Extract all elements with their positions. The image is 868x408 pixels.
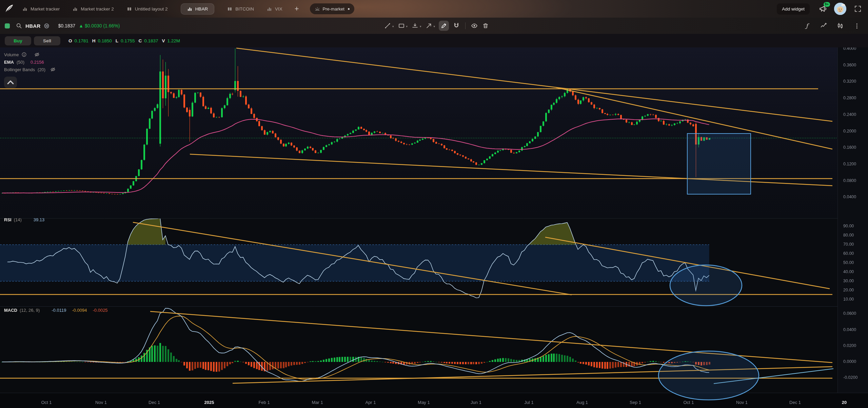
time-axis-label: 20 <box>842 400 847 405</box>
kebab-icon: ⋮ <box>853 22 861 29</box>
time-axis-label: Oct 1 <box>41 400 52 405</box>
tab-label: Market tracker 2 <box>81 6 114 12</box>
chart-toolbar-right: ƒ⋮ <box>803 18 861 34</box>
user-avatar[interactable] <box>834 3 846 15</box>
line-icon <box>384 22 391 29</box>
legend-volume-row[interactable]: Volume <box>4 51 56 58</box>
time-axis-label: Dec 1 <box>789 400 801 405</box>
ohlc-key: L <box>116 38 118 43</box>
magnet-tool[interactable] <box>453 22 460 29</box>
add-tab-button[interactable]: + <box>293 5 301 13</box>
time-axis-label: Jul 1 <box>524 400 533 405</box>
rsi-axis-label: 30.00 <box>843 279 854 283</box>
sunrise-icon <box>315 6 320 12</box>
hline-tool[interactable]: ▾ <box>411 22 421 29</box>
symbol-change: ▲ $0.0030 (1.66%) <box>79 23 120 28</box>
eye-off-icon[interactable] <box>50 67 56 72</box>
rsi-axis-label: 90.00 <box>843 224 854 228</box>
compare-button[interactable] <box>820 22 827 29</box>
rsi-value: 39.13 <box>34 217 45 222</box>
rsi-axis-label: 50.00 <box>843 260 854 265</box>
chart-type-button[interactable] <box>836 22 844 29</box>
macd-value: -0.0119 <box>52 308 66 313</box>
premarket-pill[interactable]: Pre-market <box>310 3 354 14</box>
chevron-down-icon[interactable]: ▾ <box>406 23 408 29</box>
search-icon[interactable] <box>16 23 22 29</box>
tab-label: HBAR <box>195 6 208 12</box>
notifications-button[interactable]: 9+ <box>818 4 827 13</box>
tab-market-tracker-2[interactable]: Market tracker 2 <box>73 6 114 12</box>
draw-tool[interactable] <box>439 21 449 31</box>
trash-icon <box>482 22 489 29</box>
tab-hbar[interactable]: HBAR <box>181 3 215 15</box>
tab-bar: Market trackerMarket tracker 2Untitled l… <box>0 0 868 18</box>
buy-button[interactable]: Buy <box>5 36 31 45</box>
rsi-axis-label: 80.00 <box>843 233 854 238</box>
crypto-coin-icon <box>44 23 50 29</box>
chevron-down-icon[interactable]: ▾ <box>420 23 421 29</box>
macd-header[interactable]: MACD (12, 26, 9) -0.0119 -0.0094 -0.0025 <box>4 308 108 313</box>
delete-drawings-tool[interactable] <box>482 22 489 29</box>
ema-label: EMA <box>4 60 14 65</box>
app-logo-icon[interactable] <box>4 4 14 14</box>
trade-row: Buy Sell O0.1781H0.1850L0.1755C0.1837V1.… <box>0 34 868 47</box>
info-icon[interactable] <box>21 52 27 57</box>
add-widget-button[interactable]: Add widget <box>777 3 810 15</box>
rect-icon <box>398 22 405 29</box>
time-axis-label: Feb 1 <box>258 400 270 405</box>
arrow-tool[interactable]: ▾ <box>425 22 435 29</box>
chart-bars-icon <box>73 6 78 12</box>
rsi-header[interactable]: RSI (14) 39.13 <box>4 217 44 222</box>
chevron-down-icon[interactable]: ▾ <box>392 23 394 29</box>
chart-bars-icon <box>187 6 192 12</box>
indicators-button[interactable]: ƒ <box>803 22 811 29</box>
rsi-axis-label: 40.00 <box>843 269 854 274</box>
pencil-icon <box>440 22 448 29</box>
chevron-down-icon[interactable]: ▾ <box>434 23 435 29</box>
volume-label: Volume <box>4 52 19 57</box>
tab-vix[interactable]: VIX <box>267 6 282 12</box>
ohlc-value: 1.22M <box>167 38 180 43</box>
chart-menu-button[interactable]: ⋮ <box>853 22 861 29</box>
ohlc-value: 0.1837 <box>144 38 158 43</box>
ohlc-readout: O0.1781H0.1850L0.1755C0.1837V1.22M <box>68 38 181 43</box>
tab-bitcoin[interactable]: BITCOIN <box>227 6 254 12</box>
tab-market-tracker[interactable]: Market tracker <box>22 6 60 12</box>
hline-icon <box>411 22 419 29</box>
time-axis-label: 2025 <box>204 400 214 405</box>
tab-untitled-layout-2[interactable]: Untitled layout 2 <box>127 6 168 12</box>
ohlc-value: 0.1850 <box>98 38 112 43</box>
symbol-toolbar: HBAR $0.1837 ▲ $0.0030 (1.66%) ▾▾▾▾ ƒ⋮ <box>0 18 868 34</box>
time-axis-label: Aug 1 <box>576 400 588 405</box>
chart-canvas[interactable] <box>0 0 868 408</box>
sell-button[interactable]: Sell <box>34 36 60 45</box>
layout-color-swatch[interactable] <box>5 23 10 28</box>
ohlc-value: 0.1755 <box>121 38 135 43</box>
tab-label: VIX <box>275 6 282 12</box>
legend-bb-row[interactable]: Bollinger Bands (20) <box>4 66 56 73</box>
fullscreen-icon[interactable] <box>854 5 862 13</box>
macd-axis-label: 0.0200 <box>843 343 856 348</box>
ohlc-key: H <box>92 38 96 43</box>
compare-icon <box>820 22 827 29</box>
ema-period: (50) <box>17 60 24 65</box>
price-axis-label: 0.3600 <box>843 63 856 67</box>
session-dot-icon <box>348 8 350 10</box>
collapse-legend-button[interactable] <box>4 77 17 88</box>
chart-bars-icon <box>22 6 27 12</box>
time-axis-label: Nov 1 <box>736 400 748 405</box>
tab-list: Market trackerMarket tracker 2Untitled l… <box>22 3 282 15</box>
visibility-tool[interactable] <box>471 22 478 29</box>
macd-hist-value: -0.0025 <box>93 308 108 313</box>
rectangle-tool[interactable]: ▾ <box>398 22 408 29</box>
eye-off-icon[interactable] <box>34 52 40 57</box>
premarket-label: Pre-market <box>323 6 344 12</box>
fx-icon: ƒ <box>803 22 811 29</box>
symbol-price: $0.1837 <box>58 23 76 28</box>
price-axis-label: 0.2800 <box>843 96 856 100</box>
legend-ema-row[interactable]: EMA (50) 0.2156 <box>4 58 56 66</box>
trendline-tool[interactable]: ▾ <box>384 22 394 29</box>
symbol-name[interactable]: HBAR <box>25 23 41 29</box>
rsi-period: (14) <box>14 217 22 222</box>
chart-bars-icon <box>267 6 272 12</box>
